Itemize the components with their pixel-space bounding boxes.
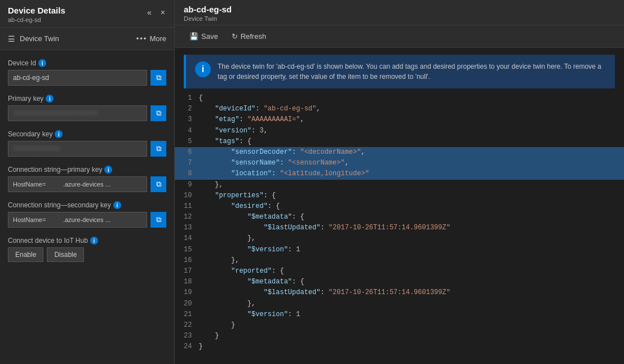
enable-button[interactable]: Enable	[8, 247, 43, 262]
connection-secondary-input[interactable]	[8, 212, 147, 228]
table-row: 6 "sensorDecoder": "<decoderName>",	[175, 147, 624, 158]
connection-primary-copy-button[interactable]: ⧉	[151, 176, 166, 192]
line-number: 17	[175, 266, 198, 277]
line-number: 2	[175, 104, 198, 114]
more-menu[interactable]: ••• More	[136, 34, 166, 43]
line-code: }	[198, 331, 624, 341]
panel-header-icons: « ×	[145, 7, 167, 18]
connection-secondary-info-icon[interactable]: i	[113, 201, 121, 209]
line-number: 1	[175, 93, 198, 104]
save-button[interactable]: 💾 Save	[184, 30, 224, 43]
secondary-key-copy-button[interactable]: ⧉	[151, 141, 166, 157]
info-icon: i	[195, 61, 211, 77]
line-code: },	[198, 255, 624, 266]
line-number: 12	[175, 212, 198, 223]
device-id-input[interactable]	[8, 70, 147, 86]
ellipsis-icon: •••	[136, 34, 148, 43]
device-twin-nav[interactable]: ☰ Device Twin	[8, 34, 59, 43]
line-number: 18	[175, 277, 198, 287]
connection-primary-info-icon[interactable]: i	[104, 166, 112, 174]
secondary-key-row: ⧉	[8, 141, 166, 157]
collapse-icon[interactable]: «	[145, 7, 154, 18]
connect-device-group: Connect device to IoT Hub i Enable Disab…	[8, 237, 166, 262]
info-banner: i The device twin for 'ab-cd-eg-sd' is s…	[184, 55, 615, 88]
secondary-key-info-icon[interactable]: i	[55, 130, 63, 138]
line-number: 5	[175, 136, 198, 147]
panel-header-left: Device Details ab-cd-eg-sd	[8, 6, 65, 24]
connection-primary-input[interactable]	[8, 176, 147, 192]
connect-device-label: Connect device to IoT Hub i	[8, 237, 166, 245]
line-code: "$version": 1	[198, 245, 624, 255]
connection-secondary-copy-button[interactable]: ⧉	[151, 212, 166, 228]
table-row: 7 "sensorName": "<sensorName>",	[175, 158, 624, 168]
device-id-label: Device Id i	[8, 59, 166, 67]
line-code: "sensorDecoder": "<decoderName>",	[198, 147, 624, 158]
connection-primary-label: Connection string—primary key i	[8, 166, 166, 174]
right-panel: ab-cd-eg-sd Device Twin 💾 Save ↻ Refresh…	[175, 0, 624, 364]
right-subtitle: Device Twin	[184, 15, 217, 22]
table-row: 18 "$metadata": {	[175, 277, 624, 287]
line-code: "etag": "AAAAAAAAAI=",	[198, 114, 624, 125]
line-code: },	[198, 180, 624, 190]
primary-key-copy-button[interactable]: ⧉	[151, 105, 166, 121]
connect-device-buttons: Enable Disable	[8, 247, 166, 262]
nav-bar: ☰ Device Twin ••• More	[0, 28, 174, 50]
line-code: "location": "<latitude,longitude>"	[198, 168, 624, 179]
line-number: 19	[175, 287, 198, 298]
line-number: 7	[175, 158, 198, 168]
line-number: 15	[175, 245, 198, 255]
line-number: 6	[175, 147, 198, 158]
right-toolbar: 💾 Save ↻ Refresh	[175, 25, 624, 48]
device-id-row: ⧉	[8, 70, 166, 86]
secondary-key-group: Secondary key i ⧉	[8, 130, 166, 157]
code-area[interactable]: 1{2 "deviceId": "ab-cd-eg-sd",3 "etag": …	[175, 93, 624, 364]
table-row: 4 "version": 3,	[175, 126, 624, 136]
primary-key-input[interactable]	[8, 105, 147, 121]
table-row: 13 "$lastUpdated": "2017-10-26T11:57:14.…	[175, 223, 624, 233]
device-id-info-icon[interactable]: i	[38, 59, 46, 67]
table-row: 14 },	[175, 233, 624, 244]
right-header: ab-cd-eg-sd Device Twin	[175, 0, 624, 25]
panel-content: Device Id i ⧉ Primary key i ⧉ Secondary …	[0, 50, 174, 364]
connection-primary-row: ⧉	[8, 176, 166, 192]
hamburger-icon: ☰	[8, 34, 15, 43]
line-code: "$metadata": {	[198, 277, 624, 287]
save-icon: 💾	[189, 32, 198, 41]
connect-device-info-icon[interactable]: i	[90, 237, 98, 245]
line-code: "desired": {	[198, 201, 624, 212]
line-number: 3	[175, 114, 198, 125]
left-panel: Device Details ab-cd-eg-sd « × ☰ Device …	[0, 0, 175, 364]
nav-label: Device Twin	[20, 34, 59, 43]
disable-button[interactable]: Disable	[47, 247, 84, 262]
close-icon[interactable]: ×	[158, 7, 167, 18]
primary-key-info-icon[interactable]: i	[46, 95, 54, 103]
table-row: 11 "desired": {	[175, 201, 624, 212]
secondary-key-input[interactable]	[8, 141, 147, 157]
line-code: "tags": {	[198, 136, 624, 147]
line-code: }	[198, 341, 624, 352]
more-label: More	[149, 34, 166, 43]
line-code: "$lastUpdated": "2017-10-26T11:57:14.960…	[198, 223, 624, 233]
right-title: ab-cd-eg-sd	[184, 5, 615, 14]
connection-secondary-label: Connection string—secondary key i	[8, 201, 166, 209]
connection-secondary-row: ⧉	[8, 212, 166, 228]
line-code: "version": 3,	[198, 126, 624, 136]
table-row: 22 }	[175, 320, 624, 331]
panel-subtitle: ab-cd-eg-sd	[8, 16, 41, 23]
connection-secondary-group: Connection string—secondary key i ⧉	[8, 201, 166, 228]
refresh-label: Refresh	[241, 32, 267, 41]
table-row: 23 }	[175, 331, 624, 341]
save-label: Save	[201, 32, 218, 41]
line-number: 22	[175, 320, 198, 331]
line-code: {	[198, 93, 624, 104]
table-row: 16 },	[175, 255, 624, 266]
line-code: "$metadata": {	[198, 212, 624, 223]
table-row: 3 "etag": "AAAAAAAAAI=",	[175, 114, 624, 125]
device-id-copy-button[interactable]: ⧉	[151, 70, 166, 86]
refresh-button[interactable]: ↻ Refresh	[226, 30, 272, 43]
table-row: 8 "location": "<latitude,longitude>"	[175, 168, 624, 179]
table-row: 2 "deviceId": "ab-cd-eg-sd",	[175, 104, 624, 114]
table-row: 5 "tags": {	[175, 136, 624, 147]
connection-primary-group: Connection string—primary key i ⧉	[8, 166, 166, 192]
primary-key-label: Primary key i	[8, 95, 166, 103]
